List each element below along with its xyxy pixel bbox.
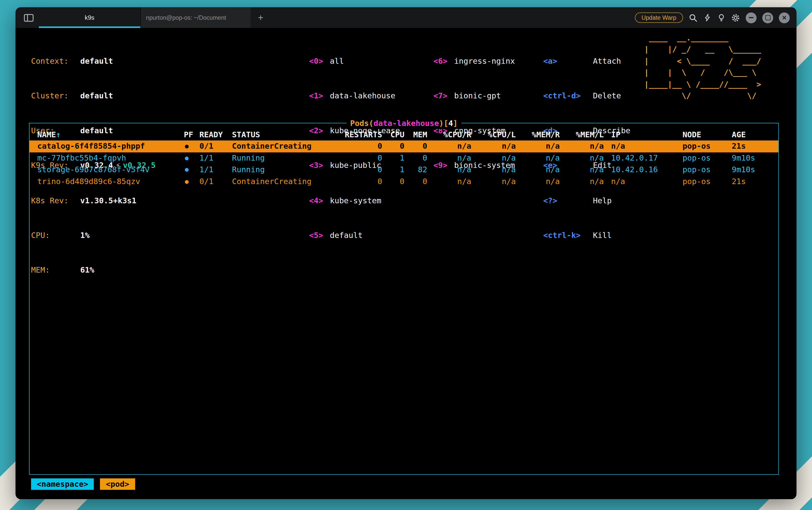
col-ready[interactable]: READY [200, 129, 232, 141]
k9s-logo: ____ __.________ | |/ _/ __ \______ | < … [644, 32, 761, 102]
cell-pf-dot: ● [184, 175, 199, 187]
cell-node: pop-os [675, 175, 725, 187]
cell-age: 9m10s [725, 152, 778, 164]
col-age[interactable]: AGE [725, 129, 778, 141]
tips-lightbulb-icon[interactable] [717, 13, 726, 22]
cell-ready: 0/1 [200, 141, 232, 152]
minimize-button[interactable] [746, 12, 757, 23]
hotkey-label: bionic-gpt [454, 91, 501, 101]
col-mem-r[interactable]: %MEM/R [516, 129, 560, 141]
title-bracket: )[ [439, 119, 448, 128]
panel-title: Pods(data-lakehouse)[4] [347, 118, 461, 129]
namespace-crumb[interactable]: <namespace> [31, 478, 94, 490]
cell-node: pop-os [675, 164, 725, 175]
cell-status: ContainerCreating [232, 141, 341, 152]
pod-crumb[interactable]: <pod> [100, 478, 135, 490]
cell-mem-r: n/a [516, 141, 560, 152]
desktop-wallpaper: k9s npurton@pop-os: ~/Document + Update … [0, 0, 812, 510]
table-row[interactable]: mc-77bfbc55b4-fqpvh ● 1/1 Running 0 1 0 … [30, 152, 778, 164]
command-hotkey[interactable]: <ctrl-d>Delete [543, 90, 631, 102]
namespace-hotkey[interactable]: <6>ingress-nginx [433, 55, 515, 67]
info-label: Cluster: [31, 90, 80, 102]
cell-mem-l: n/a [560, 152, 604, 164]
cell-restarts: 0 [341, 141, 382, 152]
cell-ready: 1/1 [200, 164, 232, 175]
cell-mem-r: n/a [516, 152, 560, 164]
col-ip[interactable]: IP [604, 129, 675, 141]
col-status[interactable]: STATUS [232, 129, 341, 141]
tab-shell[interactable]: npurton@pop-os: ~/Document [140, 7, 250, 28]
table-row[interactable]: trino-6d489d89c6-85qzv ● 0/1 ContainerCr… [30, 175, 778, 187]
info-label: Context: [31, 55, 80, 67]
cell-ready: 1/1 [200, 152, 232, 164]
col-cpu-r[interactable]: %CPU/R [427, 129, 471, 141]
cell-mem-l: n/a [560, 164, 604, 175]
close-button[interactable]: ✕ [779, 12, 790, 23]
cell-pf-dot: ● [184, 141, 199, 152]
sort-asc-icon: ↑ [56, 130, 61, 139]
hotkey: <7> [433, 90, 454, 102]
cell-status: Running [232, 152, 341, 164]
info-value: default [80, 56, 113, 66]
col-cpu-l[interactable]: %CPU/L [471, 129, 516, 141]
cell-mem-l: n/a [560, 175, 604, 187]
cell-cpu-r: n/a [427, 152, 471, 164]
cell-mem: 0 [404, 152, 427, 164]
col-mem-l[interactable]: %MEM/L [560, 129, 604, 141]
title-count: 4 [448, 119, 453, 128]
cell-status: ContainerCreating [232, 175, 341, 187]
settings-gear-icon[interactable] [731, 13, 740, 22]
col-name[interactable]: NAME↑ [37, 129, 184, 141]
cell-cpu-l: n/a [471, 175, 516, 187]
cell-cpu-r: n/a [427, 141, 471, 152]
terminal-content[interactable]: Context:default Cluster:default User:def… [16, 28, 796, 499]
table-row[interactable]: storage-69b7c8768f-v5f4v ● 1/1 Running 0… [30, 164, 778, 175]
tabbar-actions: Update Warp ✕ [635, 12, 790, 23]
hotkey: <0> [309, 55, 330, 67]
cell-name: trino-6d489d89c6-85qzv [37, 175, 184, 187]
breadcrumb: <namespace> <pod> [31, 478, 796, 490]
cell-node: pop-os [675, 141, 725, 152]
command-hotkey[interactable]: <a>Attach [543, 55, 631, 67]
warp-ai-bolt-icon[interactable] [703, 13, 712, 22]
col-node[interactable]: NODE [675, 129, 725, 141]
cell-name: mc-77bfbc55b4-fqpvh [37, 152, 184, 164]
namespace-hotkey[interactable]: <1>data-lakehouse [309, 90, 400, 102]
cell-ready: 0/1 [200, 175, 232, 187]
cell-restarts: 0 [341, 152, 382, 164]
cell-status: Running [232, 164, 341, 175]
cell-mem-r: n/a [516, 164, 560, 175]
hotkey: <1> [309, 90, 330, 102]
cell-pf-dot: ● [184, 152, 199, 164]
cell-cpu-l: n/a [471, 141, 516, 152]
hotkey-label: Delete [593, 91, 621, 101]
search-icon[interactable] [689, 13, 697, 22]
cell-cpu-l: n/a [471, 164, 516, 175]
cell-mem-r: n/a [516, 175, 560, 187]
maximize-icon [765, 15, 770, 20]
update-warp-button[interactable]: Update Warp [635, 12, 683, 23]
namespace-hotkey[interactable]: <7>bionic-gpt [433, 90, 515, 102]
title-prefix: Pods( [350, 119, 373, 128]
namespace-hotkey[interactable]: <0>all [309, 55, 400, 67]
cell-age: 9m10s [725, 164, 778, 175]
cell-mem: 0 [404, 175, 427, 187]
cell-mem: 82 [404, 164, 427, 175]
cell-name: storage-69b7c8768f-v5f4v [37, 164, 184, 175]
col-restarts[interactable]: RESTARTS [341, 129, 382, 141]
new-tab-button[interactable]: + [258, 13, 263, 22]
hotkey-label: Attach [593, 56, 621, 66]
table-row-selected[interactable]: catalog-6f4f85854-phppf ● 0/1 ContainerC… [30, 141, 778, 152]
cell-mem-l: n/a [560, 141, 604, 152]
cell-name: catalog-6f4f85854-phppf [37, 141, 184, 152]
col-mem[interactable]: MEM [404, 129, 427, 141]
tab-list-icon[interactable] [24, 13, 34, 22]
cell-ip: n/a [604, 175, 675, 187]
col-cpu[interactable]: CPU [382, 129, 404, 141]
cell-node: pop-os [675, 152, 725, 164]
tab-k9s[interactable]: k9s [39, 7, 141, 28]
col-pf[interactable]: PF [184, 129, 199, 141]
maximize-button[interactable] [762, 12, 773, 23]
cell-age: 21s [725, 141, 778, 152]
title-namespace: data-lakehouse [373, 119, 439, 128]
